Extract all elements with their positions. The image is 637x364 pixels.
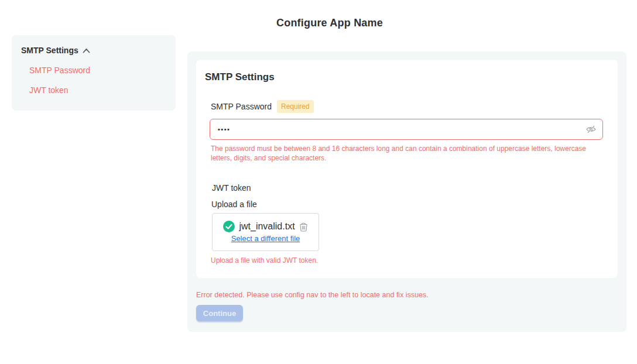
nav-item-smtp-password[interactable]: SMTP Password: [29, 66, 166, 75]
jwt-token-label: JWT token: [212, 183, 251, 193]
smtp-password-label: SMTP Password: [211, 102, 272, 111]
uploaded-file-row: jwt_invalid.txt: [213, 221, 318, 232]
nav-section-smtp-settings[interactable]: SMTP Settings: [21, 46, 166, 55]
required-badge: Required: [277, 100, 314, 113]
smtp-settings-card: SMTP Settings SMTP Password Required The…: [196, 60, 618, 278]
page-title: Configure App Name: [11, 17, 637, 29]
configure-app-page: Configure App Name SMTP Settings SMTP Pa…: [0, 0, 637, 364]
select-different-file-link[interactable]: Select a different file: [231, 234, 300, 243]
eye-slash-icon[interactable]: [586, 125, 596, 134]
form-error-message: Error detected. Please use config nav to…: [196, 291, 429, 299]
password-helper-text: The password must be between 8 and 16 ch…: [211, 144, 598, 163]
config-panel: SMTP Settings SMTP Password Required The…: [187, 51, 626, 332]
file-upload-box: jwt_invalid.txt Select a different file: [212, 213, 319, 251]
smtp-password-label-row: SMTP Password Required: [211, 100, 314, 113]
uploaded-file-name: jwt_invalid.txt: [239, 221, 294, 232]
card-title: SMTP Settings: [205, 71, 275, 83]
nav-item-jwt-token[interactable]: JWT token: [29, 85, 166, 95]
jwt-error-text: Upload a file with valid JWT token.: [211, 256, 318, 265]
nav-section-label: SMTP Settings: [21, 46, 78, 55]
config-nav: SMTP Settings SMTP Password JWT token: [12, 35, 176, 111]
continue-button[interactable]: Continue: [196, 305, 243, 321]
smtp-password-field: [210, 119, 603, 140]
check-circle-icon: [223, 221, 235, 232]
upload-file-label: Upload a file: [211, 200, 257, 209]
smtp-password-input[interactable]: [210, 119, 603, 140]
trash-icon[interactable]: [299, 222, 308, 232]
chevron-up-icon: [83, 48, 90, 53]
